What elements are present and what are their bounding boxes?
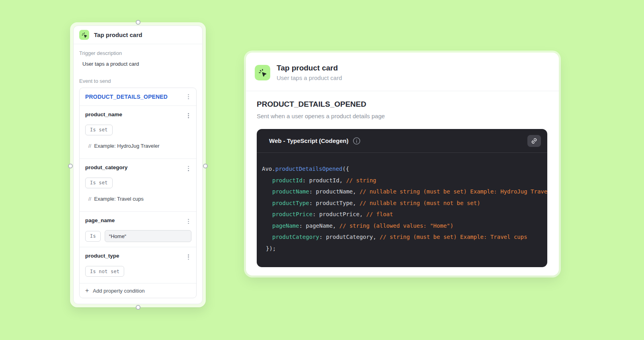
event-to-send-label: Event to send bbox=[79, 78, 197, 84]
detail-card-body: PRODUCT_DETAILS_OPENED Sent when a user … bbox=[246, 91, 559, 267]
code-line: productPrice: productPrice, // float bbox=[257, 209, 547, 220]
property-section-produt-category: produt_category Is set // Example: Trave… bbox=[80, 159, 196, 212]
codegen-header: Web - TypeScript (Codegen) bbox=[257, 129, 547, 153]
property-name: product_type bbox=[85, 253, 119, 259]
property-section-product-type: product_type Is not set bbox=[80, 247, 196, 283]
property-kebab-menu-icon[interactable] bbox=[185, 253, 191, 261]
condition-chip[interactable]: Is bbox=[85, 231, 101, 242]
connection-handle-right[interactable] bbox=[203, 164, 208, 168]
tap-cursor-icon bbox=[255, 65, 270, 80]
property-example: // Example: HydroJug Traveler bbox=[88, 143, 191, 149]
trigger-title: Tap product card bbox=[94, 31, 142, 38]
event-description: Sent when a user openes a product detail… bbox=[257, 113, 548, 119]
code-line: productName: productName, // nullable st… bbox=[257, 186, 547, 197]
add-property-condition-button[interactable]: + Add property condition bbox=[80, 283, 196, 298]
trigger-card-header: Tap product card bbox=[74, 26, 202, 44]
property-example: // Example: Travel cups bbox=[88, 196, 191, 202]
trigger-card: Tap product card Trigger description Use… bbox=[73, 25, 203, 304]
property-kebab-menu-icon[interactable] bbox=[185, 111, 191, 120]
add-property-condition-label: Add property condition bbox=[93, 288, 144, 294]
property-name: page_name bbox=[85, 217, 115, 223]
connection-handle-bottom[interactable] bbox=[136, 305, 141, 310]
copy-link-button[interactable] bbox=[527, 135, 541, 147]
condition-chip[interactable]: Is set bbox=[85, 125, 113, 135]
connection-handle-top[interactable] bbox=[136, 20, 141, 25]
property-kebab-menu-icon[interactable] bbox=[185, 164, 191, 173]
code-line: pageName: pageName, // string (allowed v… bbox=[257, 220, 547, 232]
code-line: produtCategory: produtCategory, // strin… bbox=[257, 231, 547, 243]
detail-title: Tap product card bbox=[277, 64, 342, 72]
tap-cursor-icon bbox=[79, 30, 89, 40]
code-snippet: Avo.productDetailsOpened({ productId: pr… bbox=[257, 153, 547, 254]
trigger-card-body: Trigger description User taps a product … bbox=[74, 44, 202, 298]
event-name-heading: PRODUCT_DETAILS_OPENED bbox=[257, 100, 548, 109]
code-line: }); bbox=[257, 243, 547, 254]
property-section-page-name: page_name Is bbox=[80, 212, 196, 248]
property-kebab-menu-icon[interactable] bbox=[185, 217, 191, 226]
connection-handle-left[interactable] bbox=[68, 164, 73, 168]
event-box: PRODUCT_DETAILS_OPENED product_name Is s… bbox=[79, 88, 197, 298]
condition-chip[interactable]: Is not set bbox=[85, 266, 124, 277]
codegen-panel: Web - TypeScript (Codegen) Avo.produ bbox=[257, 129, 547, 267]
info-icon[interactable] bbox=[353, 137, 361, 145]
codegen-source-label: Web - TypeScript (Codegen) bbox=[269, 137, 348, 144]
event-kebab-menu-icon[interactable] bbox=[185, 93, 191, 101]
property-name: produt_category bbox=[85, 164, 128, 170]
code-line: productId: productId, // string bbox=[257, 175, 547, 186]
condition-value-input[interactable] bbox=[105, 230, 191, 242]
event-name-row[interactable]: PRODUCT_DETAILS_OPENED bbox=[80, 88, 196, 106]
property-name: product_name bbox=[85, 111, 122, 117]
event-name-link[interactable]: PRODUCT_DETAILS_OPENED bbox=[85, 94, 168, 100]
detail-card-header: Tap product card User taps a product car… bbox=[246, 53, 559, 91]
trigger-node-card: Tap product card Trigger description Use… bbox=[70, 22, 206, 307]
trigger-description-text: User taps a product card bbox=[82, 61, 197, 67]
detail-subtitle: User taps a product card bbox=[277, 74, 342, 81]
property-section-product-name: product_name Is set // Example: HydroJug… bbox=[80, 106, 196, 159]
trigger-description-label: Trigger description bbox=[79, 50, 197, 56]
code-line: Avo.productDetailsOpened({ bbox=[257, 163, 547, 175]
plus-icon: + bbox=[85, 287, 89, 294]
condition-chip[interactable]: Is set bbox=[85, 178, 113, 188]
event-detail-card: Tap product card User taps a product car… bbox=[246, 53, 559, 276]
code-line: productType: productType, // nullable st… bbox=[257, 197, 547, 209]
